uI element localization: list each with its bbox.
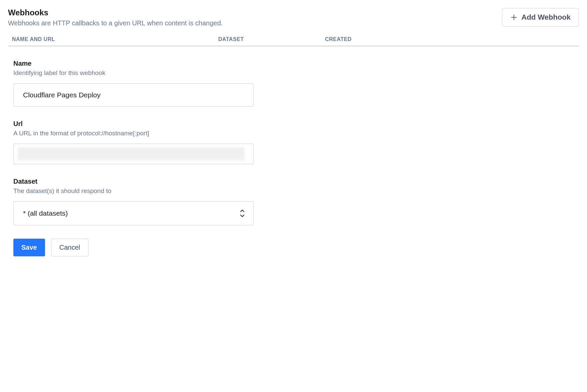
add-webhook-button[interactable]: Add Webhook	[502, 8, 579, 27]
dataset-label: Dataset	[13, 178, 262, 185]
save-button[interactable]: Save	[13, 239, 45, 256]
table-header: NAME AND URL DATASET CREATED	[8, 36, 579, 46]
url-label: Url	[13, 120, 262, 128]
col-dataset: DATASET	[218, 36, 325, 42]
url-input[interactable]	[13, 144, 254, 164]
dataset-selected-value: * (all datasets)	[23, 209, 68, 217]
name-description: Identifying label for this webhook	[13, 69, 262, 77]
plus-icon	[510, 14, 518, 21]
name-input[interactable]	[13, 83, 254, 107]
page-subtitle: Webhooks are HTTP callbacks to a given U…	[8, 19, 223, 27]
add-webhook-label: Add Webhook	[522, 13, 571, 22]
col-name-url: NAME AND URL	[8, 36, 218, 42]
url-description: A URL in the format of protocol://hostna…	[13, 130, 262, 137]
chevron-up-down-icon	[239, 209, 245, 218]
dataset-select[interactable]: * (all datasets)	[13, 201, 254, 225]
dataset-description: The dataset(s) it should respond to	[13, 187, 262, 195]
page-title: Webhooks	[8, 8, 223, 17]
col-created: CREATED	[325, 36, 579, 42]
url-redacted-value	[18, 147, 245, 161]
cancel-button[interactable]: Cancel	[51, 239, 88, 256]
name-label: Name	[13, 60, 262, 67]
